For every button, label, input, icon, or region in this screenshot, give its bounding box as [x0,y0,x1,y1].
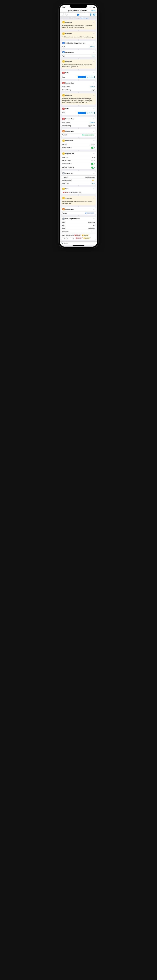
action-block[interactable]: 📅Date⊗UseCurrent DateSpecified Date [61,107,96,115]
close-icon[interactable]: ⊗ [93,33,95,35]
comment-body[interactable]: Get the given app's icon and upload it t… [61,24,96,30]
param-row[interactable]: GetArtwork [61,45,96,48]
param-value[interactable]: Custom [90,86,95,88]
param-row[interactable]: Password••••••• [61,230,96,233]
action-block[interactable]: ≡Match Text⊗Pattern^[^-:]+Case Sensitive [61,138,96,150]
param-row[interactable]: UseCurrent DateSpecified Date [61,111,96,115]
close-icon[interactable]: ⊗ [93,172,95,174]
close-icon[interactable]: ⊗ [93,208,95,210]
param-value[interactable]: username [88,228,95,229]
close-icon[interactable]: ⊗ [93,42,95,44]
comment-body[interactable]: Construct the file name for the uploaded… [61,97,96,105]
param-value[interactable]: yyyyMMdd [88,125,95,126]
comment-body[interactable]: Get the current year, which will set the… [61,64,96,69]
back-icon[interactable]: ‹ [62,10,62,11]
param-row[interactable]: Date FormatCustom [61,85,96,88]
param-row[interactable]: QuestionIcon description [61,175,96,178]
accepts-type[interactable]: App Store apps [80,18,88,19]
action-ssh[interactable]: >_Run Script Over SSH⊗Hostserver.comPort… [61,216,96,240]
action-comment[interactable]: //Comment⊗Get the current year, which wi… [61,59,96,69]
param-row[interactable]: Case Sensitive [61,162,96,165]
action-comment[interactable]: //Comment⊗Get the given app's icon and u… [61,20,96,30]
close-icon[interactable]: ⊗ [93,72,95,74]
action-block[interactable]: 📅Format Date⊗Date FormatCustomFormat Str… [61,81,96,91]
action-comment[interactable]: //Comment⊗Construct the file name for th… [61,93,96,105]
param-row[interactable]: TypeIcon [61,54,96,57]
action-block[interactable]: ⌨Ask for Input⊗QuestionIcon descriptionD… [61,171,96,185]
action-block[interactable]: 📅Format Date⊗Date FormatCustomFormat Str… [61,117,96,127]
segment[interactable]: Specified Date [86,112,95,114]
segment[interactable]: Current Date [78,112,86,114]
close-icon[interactable]: ⊗ [93,60,95,62]
param-row[interactable]: Format Stringyyyy [61,88,96,91]
toggle-switch[interactable] [91,167,95,169]
segmented-control[interactable]: Current DateSpecified Date [78,112,95,114]
param-value[interactable]: yyyy [92,89,95,91]
variable-token[interactable]: thisYear [75,237,82,239]
param-row[interactable]: VariableMasked Image [61,211,96,215]
variable-token[interactable]: fileName [83,237,90,239]
variable-token[interactable]: fileDescription [70,192,78,193]
close-icon[interactable]: ⊗ [93,140,95,142]
segment[interactable]: Specified Date [86,76,95,78]
variable-token[interactable]: Masked Image [85,212,95,214]
variable-token[interactable] [92,180,95,181]
close-icon[interactable]: ⊗ [93,197,95,199]
action-comment[interactable]: //Comment⊗Upload the new image to the se… [61,196,96,205]
close-icon[interactable]: ⊗ [93,130,95,132]
close-icon[interactable]: ⊗ [93,108,95,110]
param-value[interactable]: ^[^-:]+ [91,144,95,145]
undo-button[interactable]: ↺ [62,13,64,16]
param-row[interactable]: Input TypeText [61,182,96,185]
action-block[interactable]: ✖Get Variable⊗VariableMasked Image [61,207,96,215]
param-value[interactable]: ••••••• [91,231,95,232]
action-block[interactable]: ◧Mask Image⊗TypeIcon [61,50,96,57]
share-button[interactable]: ⬆ [90,13,92,16]
param-row[interactable]: Pattern^[^-:]+ [61,143,96,146]
done-button[interactable]: Done [91,10,95,11]
param-row[interactable]: UseCurrent DateSpecified Date [61,75,96,79]
variable-token[interactable]: fileName [82,234,88,236]
close-icon[interactable]: ⊗ [93,153,95,154]
comment-body[interactable]: Get the app's icon and mask it to the sq… [61,36,96,39]
close-icon[interactable]: ⊗ [93,218,95,220]
action-block[interactable]: 📅Date⊗UseCurrent DateSpecified Date [61,71,96,79]
param-value[interactable]: server.com [88,222,95,223]
action-comment[interactable]: //Comment⊗Get the app's icon and mask it… [61,32,96,39]
action-block[interactable]: ≡Replace Text⊗Find Text\s*$Replace Withw… [61,151,96,169]
variable-token[interactable]: Shortcut Input Name [82,134,95,136]
close-icon[interactable]: ⊗ [93,82,95,84]
param-row[interactable]: Default Answer [61,178,96,182]
param-value[interactable]: Icon [92,55,95,57]
param-value[interactable]: 22 [93,225,95,226]
settings-button[interactable]: ⚙ [93,13,95,16]
play-button[interactable]: ▶ [77,13,80,16]
close-icon[interactable]: ⊗ [93,188,95,190]
param-row[interactable]: Find Text\s*$ [61,156,96,159]
search-bar[interactable]: 🔍 Search [60,242,97,245]
param-row[interactable]: VariableShortcut Input Name [61,133,96,137]
action-block[interactable]: ✖Get Variable⊗VariableShortcut Input Nam… [61,129,96,137]
comment-body[interactable]: Upload the new image to the server and o… [61,200,96,205]
param-row[interactable]: Port22 [61,224,96,227]
segmented-control[interactable]: Current DateSpecified Date [78,76,95,78]
param-row[interactable]: Replace Withworld [61,159,96,162]
segment[interactable]: Current Date [78,76,86,78]
redo-button[interactable]: ↻ [65,13,67,16]
close-icon[interactable]: ⊗ [93,21,95,23]
action-text[interactable]: ≡Text⊗fileDate-fileDescription.png [61,187,96,194]
param-value[interactable]: world [91,160,95,161]
action-block[interactable]: 🛍Get Details of App Store App⊗GetArtwork [61,41,96,48]
param-row[interactable]: Hostserver.com [61,221,96,224]
close-icon[interactable]: ⊗ [93,118,95,120]
variable-token[interactable]: fileDate [62,192,69,193]
param-value[interactable]: Custom [90,122,95,123]
home-indicator[interactable] [73,245,84,246]
param-row[interactable]: Format StringyyyyMMdd [61,124,96,127]
script-body[interactable]: cat > "/path/to/images thisYear /fileNam… [61,233,96,240]
close-icon[interactable]: ⊗ [93,94,95,96]
actions-flow[interactable]: //Comment⊗Get the given app's icon and u… [60,19,97,242]
param-value[interactable]: Text [92,183,95,184]
param-row[interactable]: Userusername [61,227,96,230]
param-row[interactable]: Regular Expression [61,165,96,169]
